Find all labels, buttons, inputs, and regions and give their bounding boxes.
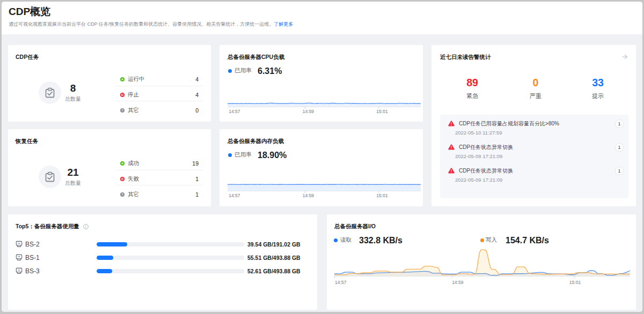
recovery-total-count: 21: [57, 166, 89, 180]
server-icon: [16, 267, 23, 274]
usage-row-bs3: BS-3 52.61 GB/493.88 GB: [8, 264, 317, 278]
io-chart-xaxis: 14:5714:5915:01: [327, 279, 636, 286]
warning-triangle-icon: [448, 121, 455, 126]
usage-value: 52.61 GB/493.88 GB: [247, 268, 301, 274]
status-value: 1: [195, 176, 199, 182]
notice-label: 提示: [568, 92, 627, 100]
cpu-usage-value: 6.31%: [258, 66, 282, 76]
card-server-io: 总备份服务器I/O 读取 332.8 KB/s 写入 154.7 KB/s 14…: [327, 214, 636, 310]
memory-legend-dot: [228, 153, 232, 157]
status-label: 成功: [128, 160, 139, 167]
write-value: 154.7 KB/s: [506, 236, 549, 245]
io-chart: [334, 246, 630, 278]
alert-time: 2022-05-09 17:21:09: [455, 153, 502, 160]
info-circle-icon[interactable]: [83, 224, 89, 229]
read-legend-label: 读取: [340, 237, 352, 243]
usage-bar: [97, 242, 244, 246]
alert-count-badge: 1: [615, 167, 624, 175]
write-legend-dot: [480, 238, 484, 242]
card-alarm-stats: 近七日未读告警统计 89 紧急 0 严重 33 提示 CDP任务已用容量占规划容…: [431, 45, 636, 206]
cdp-status-list: 运行中 4 停止 4 ? 其它 0: [115, 70, 203, 116]
stopped-status-icon: [120, 93, 125, 97]
window-frame: CDP概览 通过可视化视图直观展示当前云平台 CDP 任务/恢复任务的数量和状态…: [0, 0, 644, 314]
status-value: 4: [195, 76, 199, 83]
usage-bar-fill: [97, 269, 112, 273]
page-title: CDP概览: [9, 5, 50, 19]
alert-text: CDP任务状态异常切换: [459, 167, 607, 175]
card-recovery-tasks: 恢复任务 21 总数量 成功 19 失败 1 ? 其它: [8, 129, 211, 206]
server-name: BS-3: [25, 267, 40, 275]
cpu-legend-label: 已用率: [235, 68, 252, 73]
x-axis-label: 14:59: [452, 279, 463, 286]
page-subtitle: 通过可视化视图直观展示当前云平台 CDP 任务/恢复任务的数量和状态统计、容量使…: [9, 21, 293, 28]
read-value: 332.8 KB/s: [359, 236, 402, 245]
severe-label: 严重: [506, 92, 565, 100]
alert-item[interactable]: CDP任务状态异常切换 2022-05-09 17:21:09 1: [440, 143, 628, 165]
memory-usage-value: 18.90%: [258, 151, 287, 160]
usage-row-bs1: BS-1 55.51 GB/493.88 GB: [8, 251, 317, 264]
status-row-success: 成功 19: [115, 154, 203, 170]
running-status-icon: [120, 77, 125, 81]
warning-triangle-icon: [448, 144, 455, 150]
x-axis-label: 14:59: [303, 108, 314, 115]
x-axis-label: 15:01: [569, 279, 581, 286]
status-label: 停止: [128, 91, 139, 99]
server-name: BS-1: [25, 254, 40, 261]
clipboard-check-icon: [45, 171, 55, 182]
cdp-total-label: 总数量: [57, 95, 89, 103]
learn-more-link[interactable]: 了解更多: [274, 21, 293, 27]
x-axis-label: 14:57: [335, 279, 346, 286]
notice-count: 33: [568, 76, 627, 89]
status-row-stopped: 停止 4: [115, 86, 203, 101]
server-icon: [16, 241, 23, 248]
alert-list-panel: CDP任务已用容量占规划容量百分比>80% 2022-05-10 11:27:5…: [440, 115, 628, 198]
other-status-icon: ?: [120, 192, 125, 197]
critical-count: 89: [443, 76, 502, 89]
memory-legend-label: 已用率: [235, 152, 252, 158]
clipboard-check-icon: [45, 87, 55, 98]
memory-chart-xaxis: 14:5714:5915:01: [219, 192, 423, 199]
usage-bar-fill: [97, 242, 127, 246]
status-value: 4: [195, 92, 199, 98]
card-cpu-load: 总备份服务器CPU负载 已用率 6.31% 14:5714:5915:01: [219, 45, 423, 122]
status-label: 其它: [128, 191, 139, 198]
server-icon: [16, 254, 23, 261]
x-axis-label: 14:57: [229, 192, 240, 199]
server-name: BS-2: [25, 241, 40, 248]
usage-value: 39.54 GB/191.02 GB: [247, 241, 301, 248]
failed-status-icon: [120, 177, 125, 181]
write-legend-label: 写入: [486, 237, 497, 243]
status-row-other: ? 其它 0: [115, 101, 203, 116]
card-title: 近七日未读告警统计: [440, 53, 491, 61]
card-cdp-tasks: CDP任务 8 总数量 运行中 4 停止 4 ? 其它: [8, 45, 211, 122]
status-label: 其它: [128, 107, 139, 114]
cpu-chart-xaxis: 14:5714:5915:01: [219, 108, 423, 115]
status-label: 失败: [128, 175, 139, 183]
card-title: CDP任务: [16, 53, 39, 61]
cpu-load-chart: [228, 77, 421, 109]
usage-row-bs2: BS-2 39.54 GB/191.02 GB: [8, 237, 317, 251]
other-status-icon: ?: [120, 108, 125, 113]
alert-text: CDP任务已用容量占规划容量百分比>80%: [459, 119, 607, 128]
status-row-other: ? 其它 1: [115, 185, 203, 200]
card-top5-usage: Top5：备份服务器使用量 BS-2 39.54 GB/191.02 GB BS…: [8, 214, 317, 310]
x-axis-label: 14:57: [229, 108, 240, 115]
alert-item[interactable]: CDP任务状态异常切换 2022-05-09 17:21:09 1: [440, 167, 628, 188]
stat-notice: 33 提示: [568, 76, 627, 100]
status-value: 19: [192, 160, 199, 167]
status-row-failed: 失败 1: [115, 170, 203, 185]
critical-label: 紧急: [443, 92, 502, 100]
card-memory-load: 总备份服务器内存负载 已用率 18.90% 14:5714:5915:01: [219, 129, 423, 206]
arrow-right-icon[interactable]: [622, 54, 627, 59]
dashboard-content: CDP任务 8 总数量 运行中 4 停止 4 ? 其它: [2, 34, 642, 312]
alert-time: 2022-05-10 11:27:59: [455, 129, 502, 136]
card-title: 总备份服务器I/O: [334, 222, 376, 230]
stat-critical: 89 紧急: [443, 76, 502, 100]
alert-item[interactable]: CDP任务已用容量占规划容量百分比>80% 2022-05-10 11:27:5…: [440, 119, 628, 141]
card-title: 恢复任务: [16, 137, 38, 145]
warning-triangle-icon: [448, 168, 455, 174]
usage-bar: [97, 256, 244, 260]
status-value: 1: [195, 191, 199, 198]
status-value: 0: [195, 107, 199, 114]
alert-count-badge: 1: [615, 119, 624, 128]
